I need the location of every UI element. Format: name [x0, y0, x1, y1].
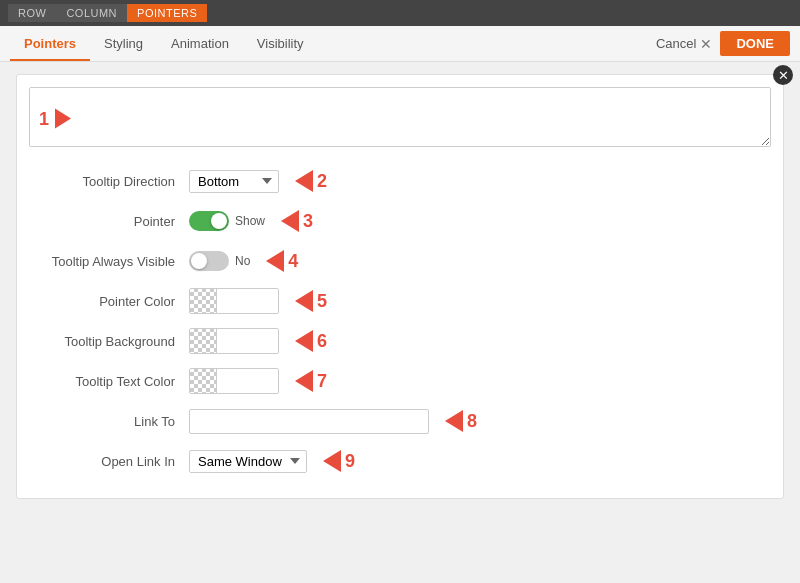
pointer-control: Show 3 — [189, 210, 313, 232]
tooltip-text-color-label: Tooltip Text Color — [29, 374, 189, 389]
breadcrumb-column[interactable]: COLUMN — [56, 4, 127, 22]
annotation-8: 8 — [445, 410, 477, 432]
pointer-row: Pointer Show 3 — [29, 206, 771, 236]
annotation-7: 7 — [295, 370, 327, 392]
arrow-left-icon-2 — [295, 170, 313, 192]
tooltip-text-color-row: Tooltip Text Color 7 — [29, 366, 771, 396]
tooltip-direction-select[interactable]: Bottom Top Left Right — [189, 170, 279, 193]
tooltip-visible-toggle-label: No — [235, 254, 250, 268]
arrow-left-icon-5 — [295, 290, 313, 312]
breadcrumb-pointers[interactable]: POINTERS — [127, 4, 207, 22]
tab-animation[interactable]: Animation — [157, 28, 243, 61]
tooltip-visible-toggle[interactable] — [189, 251, 229, 271]
tabs-bar: Pointers Styling Animation Visibility Ca… — [0, 26, 800, 62]
tooltip-bg-label: Tooltip Background — [29, 334, 189, 349]
pointer-toggle-label: Show — [235, 214, 265, 228]
annotation-number-8: 8 — [467, 411, 477, 432]
text-area-input[interactable] — [29, 87, 771, 147]
annotation-5: 5 — [295, 290, 327, 312]
annotation-number-6: 6 — [317, 331, 327, 352]
open-link-label: Open Link In — [29, 454, 189, 469]
arrow-left-icon-7 — [295, 370, 313, 392]
tooltip-text-color-picker[interactable] — [189, 368, 279, 394]
arrow-left-icon-8 — [445, 410, 463, 432]
annotation-3: 3 — [281, 210, 313, 232]
tooltip-bg-row: Tooltip Background 6 — [29, 326, 771, 356]
open-link-select[interactable]: Same Window New Window — [189, 450, 307, 473]
color-checker-icon-2 — [190, 328, 216, 354]
tooltip-text-color-input[interactable] — [216, 368, 279, 394]
close-panel-button[interactable]: ✕ — [773, 65, 793, 85]
tab-styling[interactable]: Styling — [90, 28, 157, 61]
link-to-input[interactable] — [189, 409, 429, 434]
main-panel: ✕ 1 Tooltip Direction Bottom Top Left Ri… — [16, 74, 784, 499]
arrow-left-icon-4 — [266, 250, 284, 272]
text-area-wrapper: 1 — [29, 87, 771, 150]
annotation-number-5: 5 — [317, 291, 327, 312]
pointer-color-picker[interactable] — [189, 288, 279, 314]
tabs-actions: Cancel ✕ DONE — [656, 31, 790, 56]
link-to-label: Link To — [29, 414, 189, 429]
tooltip-direction-label: Tooltip Direction — [29, 174, 189, 189]
done-button[interactable]: DONE — [720, 31, 790, 56]
tooltip-direction-row: Tooltip Direction Bottom Top Left Right … — [29, 166, 771, 196]
pointer-label: Pointer — [29, 214, 189, 229]
cancel-x-icon: ✕ — [700, 36, 712, 52]
pointer-color-control: 5 — [189, 288, 327, 314]
cancel-label: Cancel — [656, 36, 696, 51]
pointer-color-label: Pointer Color — [29, 294, 189, 309]
annotation-4: 4 — [266, 250, 298, 272]
tooltip-direction-control: Bottom Top Left Right 2 — [189, 170, 327, 193]
open-link-control: Same Window New Window 9 — [189, 450, 355, 473]
annotation-9: 9 — [323, 450, 355, 472]
arrow-left-icon-3 — [281, 210, 299, 232]
pointer-toggle[interactable] — [189, 211, 229, 231]
annotation-number-2: 2 — [317, 171, 327, 192]
open-link-row: Open Link In Same Window New Window 9 — [29, 446, 771, 476]
tooltip-visible-row: Tooltip Always Visible No 4 — [29, 246, 771, 276]
tooltip-text-color-control: 7 — [189, 368, 327, 394]
annotation-number-4: 4 — [288, 251, 298, 272]
tooltip-visible-control: No 4 — [189, 250, 298, 272]
tooltip-visible-label: Tooltip Always Visible — [29, 254, 189, 269]
pointer-toggle-wrapper: Show — [189, 211, 265, 231]
tab-pointers[interactable]: Pointers — [10, 28, 90, 61]
tooltip-bg-picker[interactable] — [189, 328, 279, 354]
color-checker-icon-3 — [190, 368, 216, 394]
toggle-knob-2 — [191, 253, 207, 269]
pointer-color-row: Pointer Color 5 — [29, 286, 771, 316]
pointer-color-input[interactable] — [216, 288, 279, 314]
arrow-left-icon-6 — [295, 330, 313, 352]
annotation-number-9: 9 — [345, 451, 355, 472]
annotation-2: 2 — [295, 170, 327, 192]
annotation-number-3: 3 — [303, 211, 313, 232]
link-to-control: 8 — [189, 409, 477, 434]
breadcrumb-bar: ROW COLUMN POINTERS — [0, 0, 800, 26]
arrow-left-icon-9 — [323, 450, 341, 472]
breadcrumb-row[interactable]: ROW — [8, 4, 56, 22]
cancel-button[interactable]: Cancel ✕ — [656, 36, 712, 52]
annotation-number-7: 7 — [317, 371, 327, 392]
color-checker-icon — [190, 288, 216, 314]
tooltip-visible-toggle-wrapper: No — [189, 251, 250, 271]
annotation-6: 6 — [295, 330, 327, 352]
tooltip-bg-input[interactable] — [216, 328, 279, 354]
link-to-row: Link To 8 — [29, 406, 771, 436]
tooltip-bg-control: 6 — [189, 328, 327, 354]
toggle-knob — [211, 213, 227, 229]
tab-visibility[interactable]: Visibility — [243, 28, 318, 61]
